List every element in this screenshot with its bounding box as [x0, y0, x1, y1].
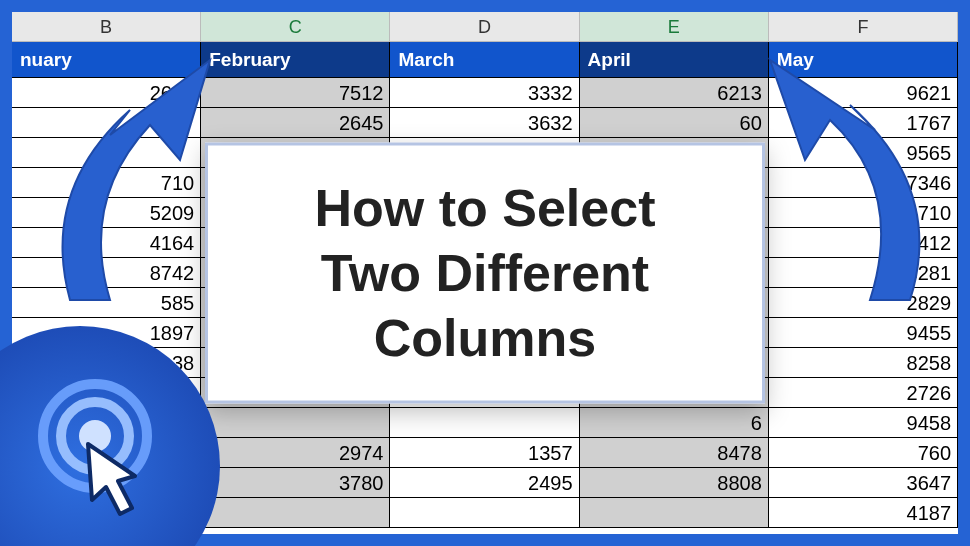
column-header-row: B C D E F	[12, 12, 958, 42]
cell[interactable]	[12, 108, 201, 138]
title-line-2: Two Different	[228, 241, 742, 306]
title-card: How to Select Two Different Columns	[205, 143, 765, 404]
cell[interactable]: 760	[769, 438, 958, 468]
cell[interactable]: 9455	[769, 318, 958, 348]
col-header-b[interactable]: B	[12, 12, 201, 41]
cell[interactable]: 3647	[769, 468, 958, 498]
cell[interactable]: 710	[12, 168, 201, 198]
cell[interactable]: 2829	[769, 288, 958, 318]
cell[interactable]: 7512	[201, 78, 390, 108]
cell[interactable]: 585	[12, 288, 201, 318]
month-may[interactable]: May	[769, 42, 958, 78]
cell[interactable]: 2974	[201, 438, 390, 468]
cell[interactable]: 2680	[12, 78, 201, 108]
title-line-1: How to Select	[228, 176, 742, 241]
cell[interactable]: 8281	[769, 258, 958, 288]
col-header-d[interactable]: D	[390, 12, 579, 41]
month-february[interactable]: February	[201, 42, 390, 78]
title-line-3: Columns	[228, 306, 742, 371]
cell[interactable]: 8478	[580, 438, 769, 468]
cell[interactable]: 60	[580, 108, 769, 138]
cell[interactable]: 2645	[201, 108, 390, 138]
cell[interactable]: 3632	[390, 108, 579, 138]
cell[interactable]: 6213	[580, 78, 769, 108]
cell[interactable]: 5209	[12, 198, 201, 228]
cell[interactable]: 2495	[390, 468, 579, 498]
title-text: How to Select Two Different Columns	[228, 176, 742, 371]
month-april[interactable]: April	[580, 42, 769, 78]
cell[interactable]: 1357	[390, 438, 579, 468]
cell[interactable]: 8710	[769, 198, 958, 228]
cell[interactable]: 2726	[769, 378, 958, 408]
cell[interactable]: 1767	[769, 108, 958, 138]
cell[interactable]: 4164	[12, 228, 201, 258]
month-march[interactable]: March	[390, 42, 579, 78]
cell[interactable]: 9458	[769, 408, 958, 438]
cell[interactable]: 4187	[769, 498, 958, 528]
cell[interactable]	[201, 408, 390, 438]
table-row: 26807512333262139621	[12, 78, 958, 108]
cell[interactable]	[390, 498, 579, 528]
col-header-f[interactable]: F	[769, 12, 958, 41]
col-header-e[interactable]: E	[580, 12, 769, 41]
cell[interactable]	[12, 138, 201, 168]
month-january[interactable]: nuary	[12, 42, 201, 78]
table-row: 26453632601767	[12, 108, 958, 138]
cell[interactable]: 9621	[769, 78, 958, 108]
cell[interactable]: 412	[769, 228, 958, 258]
cell[interactable]: 6	[580, 408, 769, 438]
cell[interactable]: 8808	[580, 468, 769, 498]
cell[interactable]: 7346	[769, 168, 958, 198]
month-header-row: nuary February March April May	[12, 42, 958, 78]
cell[interactable]: 8742	[12, 258, 201, 288]
cell[interactable]	[201, 498, 390, 528]
cell[interactable]: 3332	[390, 78, 579, 108]
cell[interactable]	[580, 498, 769, 528]
cell[interactable]: 9565	[769, 138, 958, 168]
cell[interactable]: 8258	[769, 348, 958, 378]
cell[interactable]	[390, 408, 579, 438]
cell[interactable]: 3780	[201, 468, 390, 498]
cursor-icon	[10, 366, 180, 536]
col-header-c[interactable]: C	[201, 12, 390, 41]
